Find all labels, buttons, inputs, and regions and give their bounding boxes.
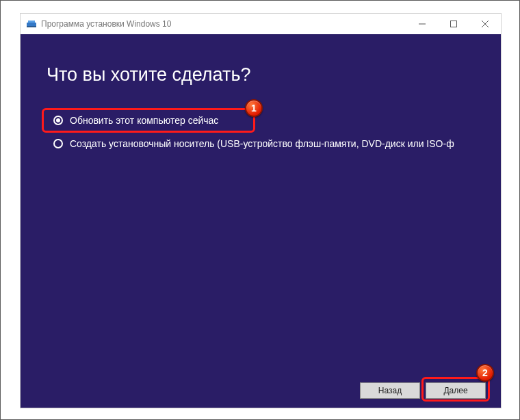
option-create-media[interactable]: Создать установочный носитель (USB-устро… [47, 134, 480, 153]
svg-rect-1 [28, 21, 35, 23]
screenshot-frame: Программа установки Windows 10 Что вы хо… [0, 0, 520, 420]
next-button[interactable]: Далее [426, 382, 486, 399]
options-group: Обновить этот компьютер сейчас Создать у… [47, 111, 480, 157]
close-button[interactable] [469, 14, 501, 34]
content-area: Что вы хотите сделать? Обновить этот ком… [21, 34, 501, 408]
page-heading: Что вы хотите сделать? [47, 64, 250, 86]
footer-bar: Назад Далее [21, 373, 501, 408]
option-label: Обновить этот компьютер сейчас [70, 115, 218, 126]
minimize-button[interactable] [406, 14, 438, 34]
installer-window: Программа установки Windows 10 Что вы хо… [20, 13, 502, 408]
button-label: Далее [443, 386, 467, 395]
svg-rect-2 [27, 26, 36, 27]
option-label: Создать установочный носитель (USB-устро… [70, 138, 454, 149]
radio-icon [53, 139, 63, 148]
svg-rect-4 [451, 21, 457, 27]
app-icon [26, 18, 37, 29]
window-title: Программа установки Windows 10 [41, 19, 171, 29]
option-upgrade-now[interactable]: Обновить этот компьютер сейчас [47, 111, 480, 130]
back-button[interactable]: Назад [360, 382, 420, 399]
maximize-button[interactable] [438, 14, 469, 34]
titlebar: Программа установки Windows 10 [21, 14, 501, 34]
button-label: Назад [378, 386, 402, 395]
radio-icon [53, 116, 63, 125]
